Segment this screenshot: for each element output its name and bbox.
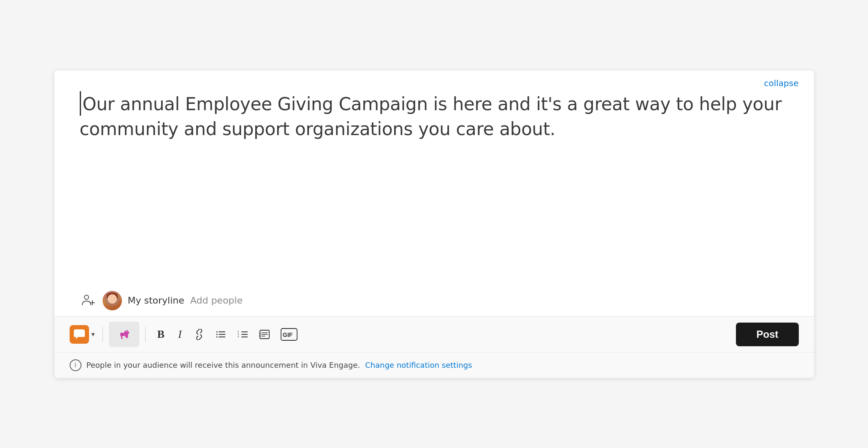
chat-icon-box [70, 325, 89, 344]
collapse-link[interactable]: collapse [764, 78, 798, 88]
svg-point-11 [216, 331, 217, 332]
editor-body[interactable]: Our annual Employee Giving Campaign is h… [54, 88, 814, 282]
bold-button[interactable]: B [151, 326, 170, 343]
editor-panel: collapse Our annual Employee Giving Camp… [54, 71, 814, 378]
add-people-icon[interactable] [80, 292, 97, 309]
audience-name: My storyline [128, 295, 184, 306]
separator-1 [103, 327, 103, 342]
toolbar: ▾ B [54, 316, 814, 352]
chat-group: ▾ [70, 325, 97, 344]
editor-text-content: Our annual Employee Giving Campaign is h… [80, 94, 782, 140]
post-button[interactable]: Post [736, 323, 798, 346]
svg-line-7 [127, 330, 128, 331]
blockquote-button[interactable] [254, 325, 275, 344]
svg-point-12 [216, 334, 217, 335]
announcement-button[interactable] [109, 322, 139, 347]
svg-point-0 [84, 295, 89, 299]
audience-row: My storyline Add people [54, 282, 814, 316]
svg-rect-5 [120, 333, 124, 336]
link-button[interactable] [189, 326, 209, 343]
collapse-row: collapse [54, 71, 814, 88]
bullet-list-button[interactable] [211, 325, 231, 344]
svg-text:3: 3 [238, 335, 239, 338]
announcement-icon [113, 325, 135, 344]
svg-text:GIF: GIF [283, 331, 293, 338]
change-notification-link[interactable]: Change notification settings [365, 361, 472, 369]
svg-point-13 [216, 336, 217, 337]
chat-button[interactable] [70, 325, 89, 344]
notification-message: People in your audience will receive thi… [87, 361, 360, 369]
editor-content[interactable]: Our annual Employee Giving Campaign is h… [80, 92, 789, 141]
add-people-button[interactable]: Add people [190, 295, 243, 306]
info-icon: i [70, 359, 81, 371]
avatar [103, 291, 122, 310]
numbered-list-button[interactable]: 1 2 3 [233, 325, 253, 344]
notification-bar: i People in your audience will receive t… [54, 352, 814, 378]
text-cursor [80, 91, 81, 116]
chat-dropdown-chevron[interactable]: ▾ [90, 327, 97, 342]
gif-button[interactable]: GIF [276, 325, 302, 344]
separator-2 [145, 327, 146, 342]
italic-button[interactable]: I [172, 326, 188, 343]
